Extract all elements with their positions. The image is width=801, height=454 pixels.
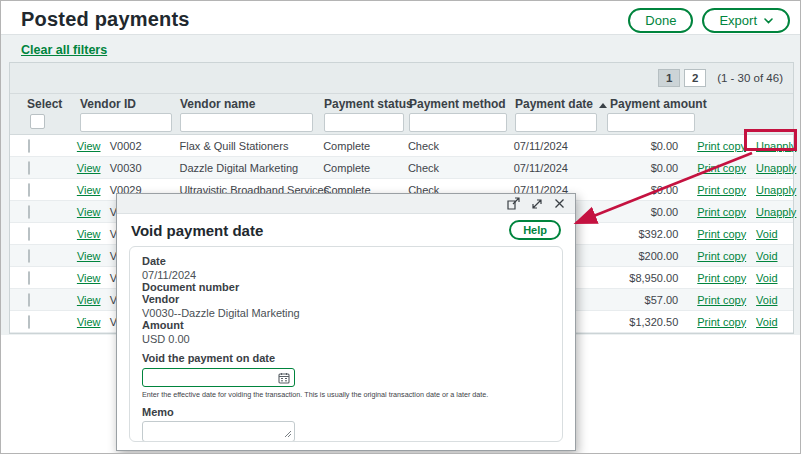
view-link[interactable]: View	[77, 140, 110, 152]
filter-payment-method-input[interactable]	[409, 113, 507, 132]
pagination-page-2[interactable]: 2	[684, 69, 706, 87]
dialog-field: Document number	[142, 281, 550, 293]
row-action-link[interactable]: Void	[748, 228, 793, 240]
table-row: View V0030 Dazzle Digital Marketing Comp…	[10, 157, 793, 179]
memo-textarea[interactable]	[142, 421, 295, 442]
col-header-payment-amount: Payment amount	[610, 97, 707, 111]
col-header-select: Select	[27, 97, 62, 111]
page-title: Posted payments	[21, 8, 190, 31]
payment-amount-cell: $392.00	[608, 228, 678, 240]
row-checkbox[interactable]	[28, 139, 30, 153]
payment-amount-cell: $57.00	[608, 294, 678, 306]
col-header-vendor-name: Vendor name	[180, 97, 255, 111]
print-copy-link[interactable]: Print copy	[678, 294, 748, 306]
calendar-icon[interactable]	[278, 370, 290, 388]
row-checkbox[interactable]	[28, 183, 30, 197]
print-copy-link[interactable]: Print copy	[678, 184, 748, 196]
row-checkbox[interactable]	[28, 161, 30, 175]
payment-date-cell: 07/11/2024	[514, 162, 609, 174]
help-button[interactable]: Help	[509, 220, 561, 240]
row-action-link[interactable]: Void	[748, 316, 793, 328]
pagination-page-1[interactable]: 1	[658, 69, 680, 87]
row-checkbox[interactable]	[28, 227, 30, 241]
dialog-readonly-fields: Date 07/11/2024 Document number Vendor V…	[142, 255, 550, 345]
expand-icon[interactable]	[530, 197, 543, 210]
vendor-name-cell: Flax & Quill Stationers	[180, 140, 324, 152]
payment-amount-cell: $8,950.00	[608, 272, 678, 284]
dialog-titlebar	[117, 194, 575, 214]
row-checkbox[interactable]	[28, 249, 30, 263]
row-action-link[interactable]: Unapply	[748, 206, 793, 218]
void-date-label: Void the payment on date	[142, 352, 550, 364]
filter-payment-amount-input[interactable]	[607, 113, 695, 132]
print-copy-link[interactable]: Print copy	[678, 206, 748, 218]
row-action-link[interactable]: Unapply	[748, 140, 793, 152]
filter-payment-date-input[interactable]	[515, 113, 597, 132]
payment-amount-cell: $0.00	[608, 206, 678, 218]
view-link[interactable]: View	[77, 184, 110, 196]
dialog-body: Date 07/11/2024 Document number Vendor V…	[129, 246, 563, 442]
close-icon[interactable]	[553, 197, 566, 210]
row-checkbox[interactable]	[28, 315, 30, 329]
row-checkbox[interactable]	[28, 271, 30, 285]
pagination-bar: 1 2 (1 - 30 of 46)	[10, 63, 793, 94]
resize-handle-icon[interactable]	[284, 424, 292, 442]
export-button[interactable]: Export	[702, 8, 790, 33]
print-copy-link[interactable]: Print copy	[678, 162, 748, 174]
print-copy-link[interactable]: Print copy	[678, 228, 748, 240]
vendor-id-cell: V0030	[110, 162, 180, 174]
payment-amount-cell: $0.00	[608, 140, 678, 152]
payment-status-cell: Complete	[323, 162, 408, 174]
view-link[interactable]: View	[77, 162, 110, 174]
dialog-field: Vendor V0030--Dazzle Digital Marketing	[142, 293, 550, 319]
row-action-link[interactable]: Unapply	[748, 184, 793, 196]
done-button-label: Done	[645, 13, 676, 28]
payment-method-cell: Check	[408, 140, 514, 152]
col-header-payment-status: Payment status	[324, 97, 413, 111]
print-copy-link[interactable]: Print copy	[678, 140, 748, 152]
dialog-field: Amount USD 0.00	[142, 319, 550, 345]
field-label: Vendor	[142, 293, 550, 305]
pop-out-icon[interactable]	[507, 197, 520, 210]
view-link[interactable]: View	[77, 316, 110, 328]
view-link[interactable]: View	[77, 206, 110, 218]
view-link[interactable]: View	[77, 228, 110, 240]
print-copy-link[interactable]: Print copy	[678, 250, 748, 262]
payment-amount-cell: $1,320.50	[608, 316, 678, 328]
posted-payments-screen: Posted payments Done Export Clear all fi…	[0, 0, 801, 454]
select-all-checkbox[interactable]	[30, 114, 45, 129]
row-action-link[interactable]: Unapply	[748, 162, 793, 174]
row-action-link[interactable]: Void	[748, 250, 793, 262]
col-header-payment-date[interactable]: Payment date	[515, 97, 607, 111]
row-action-link[interactable]: Void	[748, 272, 793, 284]
memo-label: Memo	[142, 406, 550, 418]
dialog-header: Void payment date Help	[117, 214, 575, 244]
print-copy-link[interactable]: Print copy	[678, 316, 748, 328]
row-action-link[interactable]: Void	[748, 294, 793, 306]
field-value: USD 0.00	[142, 333, 550, 345]
pagination-range: (1 - 30 of 46)	[717, 72, 783, 84]
view-link[interactable]: View	[77, 272, 110, 284]
print-copy-link[interactable]: Print copy	[678, 272, 748, 284]
filter-vendor-id-input[interactable]	[80, 113, 172, 132]
clear-all-filters-link[interactable]: Clear all filters	[21, 43, 107, 57]
row-checkbox[interactable]	[28, 293, 30, 307]
view-link[interactable]: View	[77, 294, 110, 306]
view-link[interactable]: View	[77, 250, 110, 262]
dialog-title: Void payment date	[131, 222, 263, 239]
void-date-input[interactable]	[142, 368, 295, 387]
table-row: View V0002 Flax & Quill Stationers Compl…	[10, 135, 793, 157]
void-date-helper-text: Enter the effective date for voiding the…	[142, 390, 509, 399]
field-label: Date	[142, 255, 550, 267]
filter-vendor-name-input[interactable]	[180, 113, 313, 132]
field-value: V0030--Dazzle Digital Marketing	[142, 307, 550, 319]
page-header: Posted payments Done Export	[1, 1, 800, 34]
filter-payment-status-input[interactable]	[324, 113, 404, 132]
chevron-down-icon	[764, 18, 773, 24]
payment-amount-cell: $0.00	[608, 184, 678, 196]
done-button[interactable]: Done	[628, 8, 693, 33]
col-header-payment-method: Payment method	[409, 97, 506, 111]
dialog-field: Date 07/11/2024	[142, 255, 550, 281]
row-checkbox[interactable]	[28, 205, 30, 219]
header-actions: Done Export	[628, 8, 790, 33]
